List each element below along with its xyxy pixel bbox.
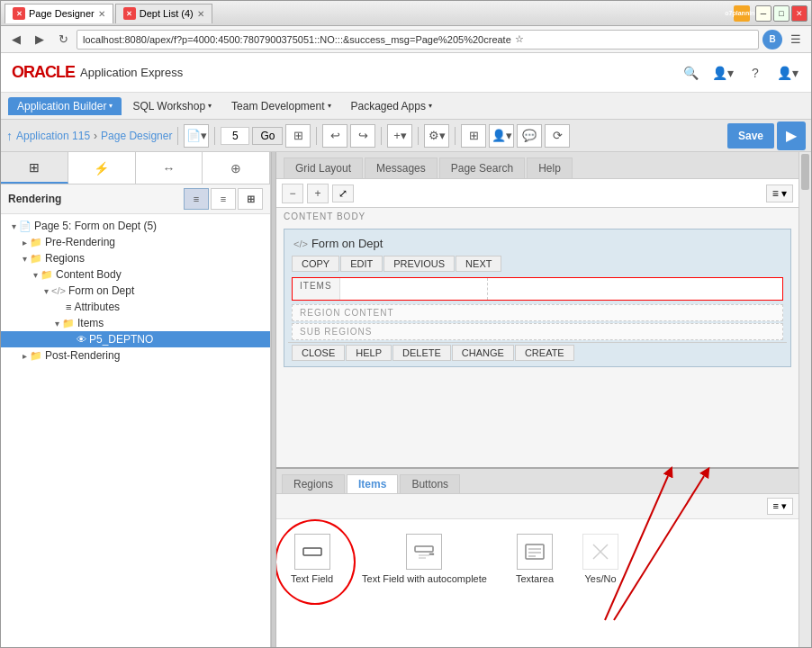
maximize-button[interactable]: □ (773, 5, 789, 22)
scrollbar[interactable] (798, 152, 811, 647)
tree-toggle-post[interactable]: ▸ (19, 351, 30, 361)
tab-page-designer[interactable]: ✕ Page Designer ✕ (5, 4, 113, 23)
menu-button[interactable]: ☰ (786, 30, 806, 50)
panel-tabs: ⊞ ⚡ ↔ ⊕ (1, 152, 270, 184)
expand-btn[interactable]: ⤢ (332, 184, 354, 202)
bottom-tab-regions[interactable]: Regions (282, 474, 345, 493)
tree-item-regions[interactable]: ▾ 📁 Regions (1, 250, 270, 266)
message-button[interactable]: 💬 (517, 124, 542, 148)
save-button[interactable]: Save (727, 123, 774, 148)
reload-button[interactable]: ↻ (53, 30, 73, 50)
profile-icon[interactable]: B (762, 30, 782, 50)
bottom-tab-buttons[interactable]: Buttons (400, 474, 460, 493)
panel-tab-more[interactable]: ⊕ (203, 152, 270, 184)
previous-button[interactable]: PREVIOUS (383, 256, 455, 272)
user-menu-icon[interactable]: 👤▾ (710, 60, 735, 86)
nav-item-team-dev[interactable]: Team Development ▾ (222, 97, 339, 115)
code-tag-icon: </> (293, 238, 308, 249)
tree-view-btn[interactable]: ≡ (211, 188, 236, 210)
bottom-tab-items[interactable]: Items (347, 474, 398, 493)
tree-toggle-pre[interactable]: ▸ (19, 238, 30, 248)
tree-toggle-content-body[interactable]: ▾ (30, 270, 41, 280)
page-action-btn[interactable]: ⊞ (285, 124, 311, 148)
tab-close-dept-list[interactable]: ✕ (197, 9, 204, 19)
tree-item-attributes[interactable]: ≡ Attributes (1, 299, 270, 315)
run-button[interactable]: ▶ (777, 122, 806, 150)
add-button[interactable]: +▾ (387, 124, 412, 148)
tree-item-items[interactable]: ▾ 📁 Items (1, 315, 270, 331)
item-textarea[interactable]: Textarea (509, 526, 561, 640)
nav-item-sql-workshop[interactable]: SQL Workshop ▾ (123, 97, 221, 115)
url-bar[interactable]: localhost:8080/apex/f?p=4000:4500:780790… (77, 30, 759, 50)
tree-toggle-regions[interactable]: ▾ (19, 254, 30, 264)
panel-tab-rendering[interactable]: ⊞ (1, 152, 68, 184)
share-button[interactable]: ⟳ (545, 124, 570, 148)
list-view-btn[interactable]: ≡ (184, 188, 209, 210)
tree-toggle-form[interactable]: ▾ (41, 286, 51, 296)
forward-button[interactable]: ▶ (30, 30, 50, 50)
rendering-header: Rendering ≡ ≡ ⊞ (1, 184, 270, 214)
nav-item-app-builder[interactable]: Application Builder ▾ (8, 97, 122, 115)
address-bar: ◀ ▶ ↻ localhost:8080/apex/f?p=4000:4500:… (1, 26, 811, 53)
sort-btn[interactable]: ⊞ (238, 188, 263, 210)
redo-button[interactable]: ↪ (350, 124, 375, 148)
tree-item-content-body[interactable]: ▾ 📁 Content Body (1, 266, 270, 283)
grid-button[interactable]: ⊞ (461, 124, 486, 148)
minimize-button[interactable]: ─ (755, 5, 771, 22)
item-text-field-autocomplete[interactable]: ... Text Field with autocomplete (355, 526, 494, 640)
back-button[interactable]: ◀ (6, 30, 26, 50)
edit-button[interactable]: EDIT (340, 256, 383, 272)
nav-item-packaged-apps[interactable]: Packaged Apps ▾ (342, 97, 441, 115)
items-label: ITEMS (293, 278, 340, 300)
item-yes-no[interactable]: Yes/No (575, 526, 626, 640)
close-button[interactable]: CLOSE (292, 345, 345, 361)
next-button[interactable]: NEXT (456, 256, 501, 272)
search-icon[interactable]: 🔍 (678, 60, 703, 86)
sub-regions-label: SUB REGIONS (293, 324, 379, 339)
tree-label-attributes: Attributes (74, 301, 120, 313)
go-button[interactable]: Go (252, 127, 283, 145)
text-field-wrapper: Text Field (284, 526, 340, 640)
tree-toggle-items[interactable]: ▾ (51, 319, 62, 328)
settings-button[interactable]: ⚙▾ (424, 124, 449, 148)
sub-regions-bar: SUB REGIONS (292, 323, 783, 340)
undo-button[interactable]: ↩ (322, 124, 347, 148)
tab-grid-layout[interactable]: Grid Layout (284, 158, 363, 178)
tree-item-form-on-dept[interactable]: ▾ </> Form on Dept (1, 283, 270, 299)
breadcrumb[interactable]: ↑ Application 115 › Page Designer (6, 129, 172, 143)
bookmark-icon[interactable]: ☆ (515, 33, 524, 45)
tree-item-p5-deptno[interactable]: 👁 P5_DEPTNO (1, 331, 270, 347)
tab-page-search[interactable]: Page Search (439, 158, 525, 178)
user-button[interactable]: 👤▾ (489, 124, 514, 148)
delete-button[interactable]: DELETE (392, 345, 451, 361)
tab-dept-list[interactable]: ✕ Dept List (4) ✕ (115, 4, 212, 23)
help-button[interactable]: HELP (346, 345, 392, 361)
tree-toggle-page[interactable]: ▾ (8, 221, 19, 231)
tree-item-pre-rendering[interactable]: ▸ 📁 Pre-Rendering (1, 234, 270, 250)
file-icon-btn[interactable]: 📄▾ (184, 124, 209, 148)
copy-button[interactable]: COPY (292, 256, 339, 272)
close-button[interactable]: ✕ (791, 5, 807, 22)
tab-close-page-designer[interactable]: ✕ (98, 9, 105, 19)
zoom-in-btn[interactable]: + (307, 184, 329, 203)
tab-help[interactable]: Help (527, 158, 573, 178)
tree-item-page[interactable]: ▾ 📄 Page 5: Form on Dept (5) (1, 218, 270, 234)
panel-tab-dynamic-actions[interactable]: ⚡ (68, 152, 136, 184)
window-controls: o7planning ─ □ ✕ (734, 5, 807, 22)
profile-menu-icon[interactable]: 👤▾ (775, 60, 800, 86)
grid-options-btn[interactable]: ≡ ▾ (766, 184, 793, 202)
scroll-thumb[interactable] (801, 154, 809, 190)
bottom-options-btn[interactable]: ≡ ▾ (767, 498, 793, 515)
tab-messages[interactable]: Messages (365, 158, 438, 178)
tab-icon-dept-list: ✕ (123, 7, 136, 20)
user-planning-badge: o7planning (734, 5, 750, 22)
item-text-field[interactable]: Text Field (284, 526, 340, 591)
panel-tab-page-shared[interactable]: ↔ (136, 152, 203, 184)
zoom-out-btn[interactable]: − (282, 184, 303, 203)
help-icon[interactable]: ? (743, 60, 768, 86)
text-field-autocomplete-icon: ... (406, 534, 442, 570)
page-number-input[interactable] (221, 127, 249, 145)
tree-item-post-rendering[interactable]: ▸ 📁 Post-Rendering (1, 347, 270, 364)
create-button[interactable]: CREATE (515, 345, 574, 361)
change-button[interactable]: CHANGE (452, 345, 514, 361)
